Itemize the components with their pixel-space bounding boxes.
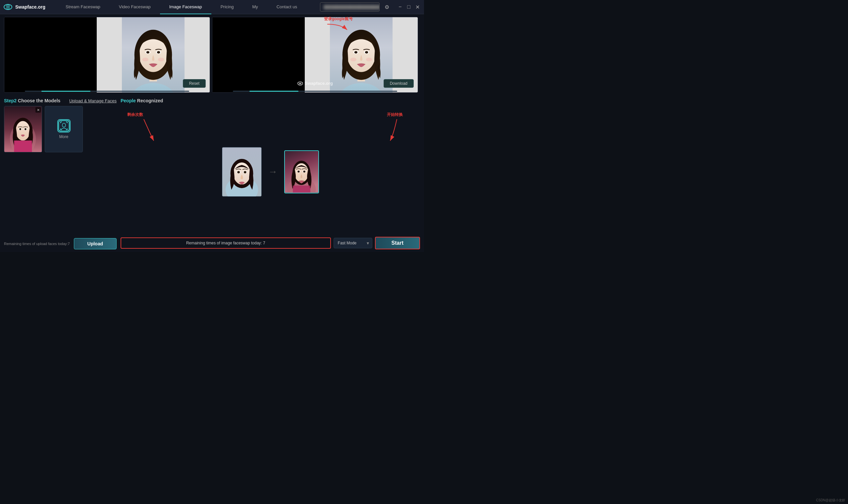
user-account-field[interactable]: ██████████████████████ — [320, 2, 379, 12]
watermark: Swapface.org — [297, 81, 333, 86]
minimize-button[interactable]: − — [397, 4, 404, 10]
svg-point-10 — [157, 51, 160, 54]
step2-bottom-bar: Remaining times of upload faces today:7 … — [4, 236, 117, 249]
nav-stream-faceswap[interactable]: Stream Faceswap — [56, 0, 110, 14]
reset-button[interactable]: Reset — [183, 79, 206, 88]
user-account-value: ██████████████████████ — [324, 5, 379, 9]
right-panel-scrollbar[interactable] — [233, 91, 397, 92]
step2-title: Step2 Choose the Models — [4, 98, 60, 103]
restore-button[interactable]: □ — [405, 4, 412, 10]
svg-point-31 — [16, 121, 30, 140]
image-section: Reset — [0, 14, 424, 95]
svg-point-55 — [297, 170, 299, 173]
remaining-annotation-arrow — [127, 118, 160, 144]
mode-select[interactable]: Fast Mode Quality Mode — [334, 238, 372, 248]
lower-section: Step2 Choose the Models Upload & Manage … — [0, 95, 424, 252]
svg-point-33 — [19, 128, 21, 130]
people-panel: People Recognized 剩余次数 — [121, 98, 420, 249]
nav-pricing[interactable]: Pricing — [211, 0, 243, 14]
main-content: Reset — [0, 14, 424, 252]
more-label: More — [59, 134, 68, 139]
person-result-card — [284, 150, 319, 193]
source-black-area — [4, 17, 97, 92]
mode-select-wrapper: Fast Mode Quality Mode — [334, 238, 372, 248]
left-panel-scrollbar[interactable] — [25, 91, 189, 92]
people-bottom-bar: Remaining times of image faceswap today:… — [121, 237, 420, 249]
svg-point-19 — [354, 51, 357, 54]
people-title: People Recognized — [121, 98, 163, 103]
svg-point-38 — [62, 123, 66, 127]
face-thumbnail-1 — [4, 106, 42, 152]
nav-contact-us[interactable]: Contact us — [267, 0, 306, 14]
result-black-area — [212, 17, 305, 92]
nav-my[interactable]: My — [243, 0, 267, 14]
start-button[interactable]: Start — [375, 237, 420, 249]
logo-icon — [3, 3, 13, 11]
gear-icon: ⚙ — [385, 4, 389, 10]
svg-point-22 — [350, 58, 356, 61]
face-card-more[interactable]: More — [45, 106, 83, 152]
svg-rect-36 — [14, 140, 32, 152]
svg-point-21 — [365, 51, 368, 54]
svg-point-1 — [6, 6, 10, 8]
close-button[interactable]: ✕ — [414, 4, 421, 10]
result-image-panel: Swapface.org Download — [212, 17, 418, 93]
faces-grid: ✕ — [4, 106, 117, 233]
app-title: Swapface.org — [15, 4, 46, 10]
titlebar: Swapface.org Stream Faceswap Video Faces… — [0, 0, 424, 14]
app-logo: Swapface.org — [3, 3, 46, 11]
source-image-panel: Reset — [4, 17, 210, 93]
face-card-1-close[interactable]: ✕ — [35, 107, 41, 113]
svg-point-11 — [142, 58, 148, 61]
person-source-card — [222, 147, 262, 197]
settings-button[interactable]: ⚙ — [382, 2, 391, 12]
upload-button[interactable]: Upload — [74, 238, 117, 249]
svg-point-35 — [24, 128, 26, 130]
window-controls: − □ ✕ — [397, 4, 421, 10]
remaining-annotation-text: 剩余次数 — [127, 112, 143, 117]
person-result-portrait — [285, 151, 318, 193]
face-card-1[interactable]: ✕ — [4, 106, 42, 152]
swap-arrow: → — [268, 166, 278, 177]
svg-point-57 — [303, 170, 305, 173]
remaining-faceswap-text: Remaining times of image faceswap today:… — [186, 241, 265, 245]
start-annotation-text: 开始转换 — [387, 112, 403, 117]
svg-rect-37 — [59, 121, 69, 131]
face-card-1-image — [4, 106, 42, 152]
people-recognized-grid: 剩余次数 开始转换 — [121, 106, 420, 234]
person-source-portrait — [222, 147, 261, 196]
svg-point-12 — [158, 58, 164, 61]
more-icon — [57, 119, 71, 132]
svg-point-47 — [237, 171, 240, 173]
svg-rect-58 — [293, 185, 311, 193]
remaining-faceswap-box: Remaining times of image faceswap today:… — [121, 237, 331, 249]
start-annotation-arrow — [387, 118, 413, 144]
download-button[interactable]: Download — [384, 79, 414, 88]
svg-point-8 — [146, 51, 149, 54]
remaining-upload-text: Remaining times of upload faces today:7 — [4, 242, 70, 246]
titlebar-right: ██████████████████████ ⚙ − □ ✕ — [320, 2, 421, 12]
nav-image-faceswap[interactable]: Image Faceswap — [160, 0, 211, 14]
main-nav: Stream Faceswap Video Faceswap Image Fac… — [56, 0, 320, 14]
step2-panel: Step2 Choose the Models Upload & Manage … — [4, 98, 117, 249]
svg-point-49 — [244, 171, 246, 173]
svg-point-23 — [366, 58, 372, 61]
upload-manage-link[interactable]: Upload & Manage Faces — [69, 98, 117, 103]
svg-point-25 — [299, 83, 301, 84]
nav-video-faceswap[interactable]: Video Faceswap — [110, 0, 160, 14]
